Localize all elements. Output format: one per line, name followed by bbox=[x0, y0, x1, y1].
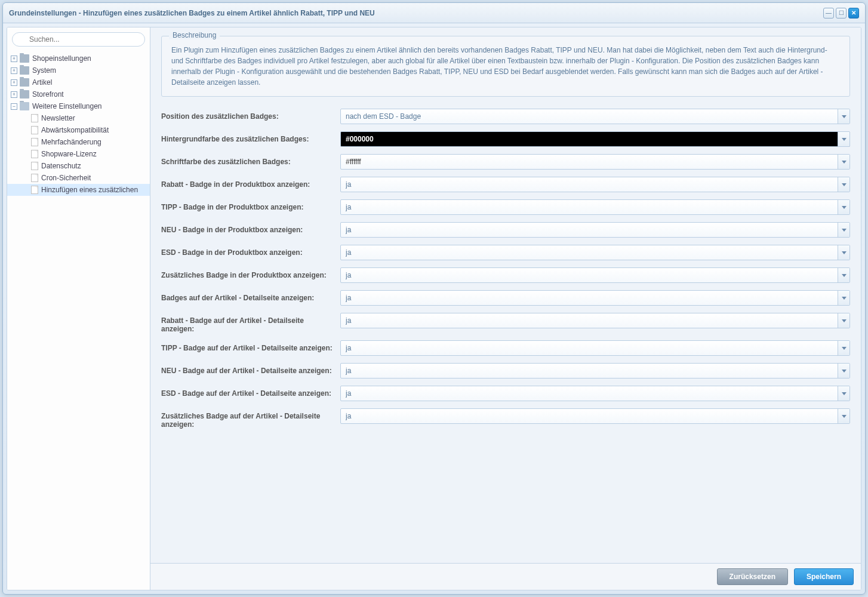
chevron-down-icon[interactable] bbox=[838, 132, 849, 146]
combo-input[interactable] bbox=[341, 155, 838, 169]
sidebar-item-lizenz[interactable]: Shopware-Lizenz bbox=[7, 148, 150, 160]
combo-input[interactable] bbox=[341, 313, 838, 328]
chevron-down-icon[interactable] bbox=[838, 364, 849, 378]
combo-input[interactable] bbox=[341, 200, 838, 214]
reset-button[interactable]: Zurücksetzen bbox=[717, 568, 788, 585]
field-label: Zusätzliches Badge auf der Artikel - Det… bbox=[161, 408, 340, 429]
chevron-down-icon[interactable] bbox=[838, 386, 849, 401]
form-row: Rabatt - Badge auf der Artikel - Details… bbox=[161, 313, 850, 333]
form-row: Badges auf der Artikel - Detailseite anz… bbox=[161, 290, 850, 306]
chevron-down-icon[interactable] bbox=[838, 268, 849, 282]
window-body: 🔍 + Shopeinstellungen + System + bbox=[7, 27, 861, 590]
close-button[interactable]: ✕ bbox=[848, 8, 859, 19]
combobox[interactable] bbox=[340, 222, 850, 238]
sidebar-item-newsletter[interactable]: Newsletter bbox=[7, 112, 150, 124]
sidebar-item-artikel[interactable]: + Artikel bbox=[7, 76, 150, 88]
chevron-down-icon[interactable] bbox=[838, 200, 849, 214]
chevron-down-icon[interactable] bbox=[838, 245, 849, 260]
collapse-icon[interactable]: − bbox=[11, 103, 17, 110]
sidebar-item-storefront[interactable]: + Storefront bbox=[7, 88, 150, 100]
expand-icon[interactable]: + bbox=[11, 91, 17, 98]
combo-input[interactable] bbox=[341, 291, 838, 305]
combobox[interactable] bbox=[340, 290, 850, 306]
combobox[interactable] bbox=[340, 154, 850, 170]
field-label: NEU - Badge auf der Artikel - Detailseit… bbox=[161, 363, 340, 375]
sidebar-item-system[interactable]: + System bbox=[7, 64, 150, 76]
chevron-down-icon[interactable] bbox=[838, 313, 849, 328]
sidebar-item-abwaerts[interactable]: Abwärtskompatibilität bbox=[7, 124, 150, 136]
form-row: ESD - Badge in der Produktbox anzeigen: bbox=[161, 245, 850, 260]
combobox[interactable] bbox=[340, 267, 850, 283]
form-row: Zusätzliches Badge in der Produktbox anz… bbox=[161, 267, 850, 283]
footer-toolbar: Zurücksetzen Speichern bbox=[150, 563, 861, 590]
form-row: TIPP - Badge auf der Artikel - Detailsei… bbox=[161, 340, 850, 356]
chevron-down-icon[interactable] bbox=[838, 177, 849, 192]
combo-input[interactable] bbox=[341, 109, 838, 124]
file-icon bbox=[31, 114, 38, 122]
nav-tree: + Shopeinstellungen + System + Artikel + bbox=[7, 51, 150, 590]
combo-input[interactable] bbox=[341, 341, 838, 355]
combobox[interactable] bbox=[340, 340, 850, 356]
folder-icon bbox=[20, 78, 29, 87]
file-icon bbox=[31, 162, 38, 170]
expand-icon[interactable]: + bbox=[11, 67, 17, 74]
sidebar-item-badge[interactable]: Hinzufügen eines zusätzlichen bbox=[7, 184, 150, 196]
file-icon bbox=[31, 174, 38, 182]
maximize-button[interactable]: ☐ bbox=[836, 8, 847, 19]
chevron-down-icon[interactable] bbox=[838, 409, 849, 423]
combobox[interactable] bbox=[340, 199, 850, 215]
chevron-down-icon[interactable] bbox=[838, 291, 849, 305]
combobox[interactable] bbox=[340, 177, 850, 192]
file-icon bbox=[31, 138, 38, 146]
form-row: NEU - Badge in der Produktbox anzeigen: bbox=[161, 222, 850, 238]
combobox[interactable] bbox=[340, 131, 850, 147]
sidebar-item-datenschutz[interactable]: Datenschutz bbox=[7, 160, 150, 172]
field-label: ESD - Badge in der Produktbox anzeigen: bbox=[161, 245, 340, 257]
form-row: Hintergrundfarbe des zusätzlichen Badges… bbox=[161, 131, 850, 147]
chevron-down-icon[interactable] bbox=[838, 223, 849, 237]
combobox[interactable] bbox=[340, 386, 850, 401]
minimize-button[interactable]: — bbox=[823, 8, 834, 19]
combo-input[interactable] bbox=[341, 409, 838, 423]
combo-input[interactable] bbox=[341, 223, 838, 237]
folder-open-icon bbox=[20, 102, 29, 110]
combo-input[interactable] bbox=[341, 177, 838, 192]
field-label: Zusätzliches Badge in der Produktbox anz… bbox=[161, 267, 340, 279]
sidebar-label: Weitere Einstellungen bbox=[32, 102, 102, 110]
description-fieldset: Beschreibung Ein Plugin zum Hinzufügen e… bbox=[161, 36, 850, 97]
folder-icon bbox=[20, 54, 29, 63]
field-wrap bbox=[340, 177, 850, 192]
form-row: TIPP - Badge in der Produktbox anzeigen: bbox=[161, 199, 850, 215]
form-scroll[interactable]: Beschreibung Ein Plugin zum Hinzufügen e… bbox=[150, 27, 861, 563]
search-wrap: 🔍 bbox=[7, 27, 150, 51]
chevron-down-icon[interactable] bbox=[838, 341, 849, 355]
combobox[interactable] bbox=[340, 245, 850, 260]
form-row: Zusätzliches Badge auf der Artikel - Det… bbox=[161, 408, 850, 429]
combobox[interactable] bbox=[340, 363, 850, 378]
combo-input[interactable] bbox=[341, 132, 838, 146]
sidebar-item-cron[interactable]: Cron-Sicherheit bbox=[7, 172, 150, 184]
chevron-down-icon[interactable] bbox=[838, 155, 849, 169]
chevron-down-icon[interactable] bbox=[838, 109, 849, 124]
expand-icon[interactable]: + bbox=[11, 56, 17, 62]
combo-input[interactable] bbox=[341, 245, 838, 260]
window-controls: — ☐ ✕ bbox=[823, 8, 859, 19]
sidebar-item-shopeinstellungen[interactable]: + Shopeinstellungen bbox=[7, 53, 150, 64]
combo-input[interactable] bbox=[341, 364, 838, 378]
save-button[interactable]: Speichern bbox=[794, 568, 854, 585]
expand-icon[interactable]: + bbox=[11, 79, 17, 86]
combobox[interactable] bbox=[340, 313, 850, 328]
folder-icon bbox=[20, 66, 29, 75]
fieldset-legend: Beschreibung bbox=[169, 31, 220, 39]
sidebar-item-weitere[interactable]: − Weitere Einstellungen bbox=[7, 100, 150, 112]
sidebar-label: Shopeinstellungen bbox=[32, 54, 91, 63]
combobox[interactable] bbox=[340, 408, 850, 424]
field-wrap bbox=[340, 131, 850, 147]
search-input[interactable] bbox=[12, 32, 145, 47]
form-row: ESD - Badge auf der Artikel - Detailseit… bbox=[161, 386, 850, 401]
combo-input[interactable] bbox=[341, 386, 838, 401]
combo-input[interactable] bbox=[341, 268, 838, 282]
combobox[interactable] bbox=[340, 109, 850, 124]
sidebar-label: System bbox=[32, 66, 56, 75]
sidebar-item-mehrfach[interactable]: Mehrfachänderung bbox=[7, 136, 150, 148]
